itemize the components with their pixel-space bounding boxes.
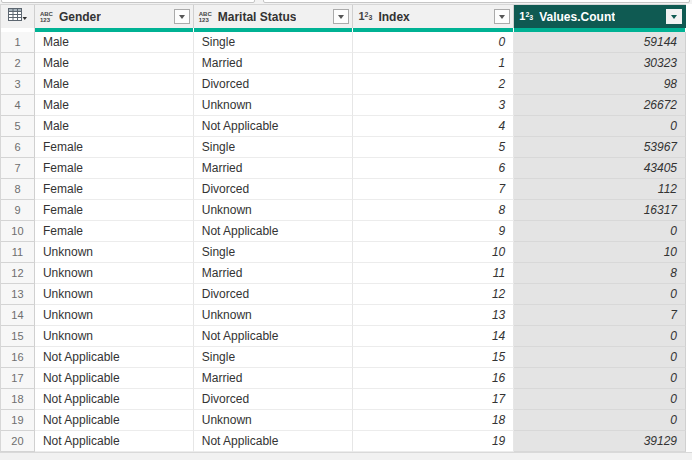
row-number-cell[interactable]: 2 — [1, 53, 35, 74]
filter-button[interactable] — [494, 9, 510, 24]
cell-index[interactable]: 7 — [353, 179, 514, 200]
cell-gender[interactable]: Not Applicable — [35, 347, 194, 368]
cell-values-count[interactable]: 0 — [514, 221, 686, 242]
cell-values-count[interactable]: 43405 — [514, 158, 686, 179]
cell-marital-status[interactable]: Not Applicable — [194, 221, 354, 242]
cell-index[interactable]: 0 — [353, 32, 514, 53]
row-number-cell[interactable]: 13 — [1, 284, 35, 305]
cell-marital-status[interactable]: Single — [194, 347, 354, 368]
cell-values-count[interactable]: 0 — [514, 347, 686, 368]
row-number-cell[interactable]: 17 — [1, 368, 35, 389]
cell-index[interactable]: 15 — [353, 347, 514, 368]
row-number-cell[interactable]: 14 — [1, 305, 35, 326]
cell-marital-status[interactable]: Single — [194, 137, 354, 158]
cell-marital-status[interactable]: Divorced — [194, 74, 354, 95]
cell-gender[interactable]: Unknown — [35, 284, 194, 305]
cell-index[interactable]: 4 — [353, 116, 514, 137]
cell-marital-status[interactable]: Not Applicable — [194, 326, 354, 347]
row-number-cell[interactable]: 12 — [1, 263, 35, 284]
cell-index[interactable]: 14 — [353, 326, 514, 347]
cell-gender[interactable]: Unknown — [35, 305, 194, 326]
cell-index[interactable]: 8 — [353, 200, 514, 221]
table-menu-button[interactable] — [1, 5, 35, 28]
cell-values-count[interactable]: 10 — [514, 242, 686, 263]
column-header-values-count[interactable]: 123 Values.Count — [514, 5, 686, 28]
cell-index[interactable]: 9 — [353, 221, 514, 242]
cell-gender[interactable]: Female — [35, 179, 194, 200]
cell-marital-status[interactable]: Married — [194, 263, 354, 284]
row-number-cell[interactable]: 4 — [1, 95, 35, 116]
cell-values-count[interactable]: 26672 — [514, 95, 686, 116]
cell-values-count[interactable]: 0 — [514, 284, 686, 305]
row-number-cell[interactable]: 8 — [1, 179, 35, 200]
column-header-index[interactable]: 123 Index — [353, 5, 514, 28]
cell-marital-status[interactable]: Married — [194, 158, 354, 179]
row-number-cell[interactable]: 20 — [1, 431, 35, 452]
cell-gender[interactable]: Female — [35, 200, 194, 221]
filter-button[interactable] — [333, 9, 349, 24]
formula-bar-fragment-left[interactable] — [1, 0, 255, 3]
cell-marital-status[interactable]: Married — [194, 53, 354, 74]
row-number-cell[interactable]: 19 — [1, 410, 35, 431]
row-number-cell[interactable]: 15 — [1, 326, 35, 347]
cell-values-count[interactable]: 0 — [514, 326, 686, 347]
cell-index[interactable]: 6 — [353, 158, 514, 179]
cell-values-count[interactable]: 112 — [514, 179, 686, 200]
cell-gender[interactable]: Male — [35, 116, 194, 137]
cell-gender[interactable]: Female — [35, 221, 194, 242]
filter-button[interactable] — [174, 9, 190, 24]
cell-values-count[interactable]: 30323 — [514, 53, 686, 74]
cell-values-count[interactable]: 53967 — [514, 137, 686, 158]
cell-values-count[interactable]: 0 — [514, 116, 686, 137]
cell-index[interactable]: 16 — [353, 368, 514, 389]
column-header-marital-status[interactable]: ABC 123 Marital Status — [194, 5, 354, 28]
cell-gender[interactable]: Not Applicable — [35, 389, 194, 410]
row-number-cell[interactable]: 18 — [1, 389, 35, 410]
row-number-cell[interactable]: 10 — [1, 221, 35, 242]
cell-marital-status[interactable]: Not Applicable — [194, 431, 354, 452]
cell-marital-status[interactable]: Not Applicable — [194, 116, 354, 137]
cell-gender[interactable]: Unknown — [35, 242, 194, 263]
cell-values-count[interactable]: 98 — [514, 74, 686, 95]
cell-index[interactable]: 12 — [353, 284, 514, 305]
cell-marital-status[interactable]: Unknown — [194, 305, 354, 326]
cell-index[interactable]: 11 — [353, 263, 514, 284]
cell-marital-status[interactable]: Single — [194, 242, 354, 263]
cell-values-count[interactable]: 59144 — [514, 32, 686, 53]
cell-marital-status[interactable]: Divorced — [194, 284, 354, 305]
row-number-cell[interactable]: 1 — [1, 32, 35, 53]
cell-index[interactable]: 2 — [353, 74, 514, 95]
cell-index[interactable]: 3 — [353, 95, 514, 116]
cell-values-count[interactable]: 0 — [514, 368, 686, 389]
cell-values-count[interactable]: 39129 — [514, 431, 686, 452]
cell-values-count[interactable]: 0 — [514, 410, 686, 431]
cell-values-count[interactable]: 16317 — [514, 200, 686, 221]
cell-marital-status[interactable]: Unknown — [194, 200, 354, 221]
cell-index[interactable]: 1 — [353, 53, 514, 74]
cell-values-count[interactable]: 0 — [514, 389, 686, 410]
cell-index[interactable]: 5 — [353, 137, 514, 158]
row-number-cell[interactable]: 3 — [1, 74, 35, 95]
cell-index[interactable]: 17 — [353, 389, 514, 410]
row-number-cell[interactable]: 16 — [1, 347, 35, 368]
cell-values-count[interactable]: 8 — [514, 263, 686, 284]
cell-gender[interactable]: Male — [35, 32, 194, 53]
cell-marital-status[interactable]: Divorced — [194, 179, 354, 200]
column-header-gender[interactable]: ABC 123 Gender — [35, 5, 194, 28]
cell-gender[interactable]: Not Applicable — [35, 410, 194, 431]
cell-index[interactable]: 18 — [353, 410, 514, 431]
cell-index[interactable]: 19 — [353, 431, 514, 452]
row-number-cell[interactable]: 11 — [1, 242, 35, 263]
row-number-cell[interactable]: 6 — [1, 137, 35, 158]
cell-gender[interactable]: Male — [35, 53, 194, 74]
cell-marital-status[interactable]: Divorced — [194, 389, 354, 410]
formula-bar-fragment-right[interactable] — [263, 0, 690, 3]
cell-marital-status[interactable]: Single — [194, 32, 354, 53]
filter-button[interactable] — [666, 9, 682, 24]
cell-marital-status[interactable]: Married — [194, 368, 354, 389]
cell-gender[interactable]: Male — [35, 95, 194, 116]
cell-values-count[interactable]: 7 — [514, 305, 686, 326]
cell-gender[interactable]: Not Applicable — [35, 431, 194, 452]
cell-gender[interactable]: Female — [35, 158, 194, 179]
cell-gender[interactable]: Unknown — [35, 263, 194, 284]
